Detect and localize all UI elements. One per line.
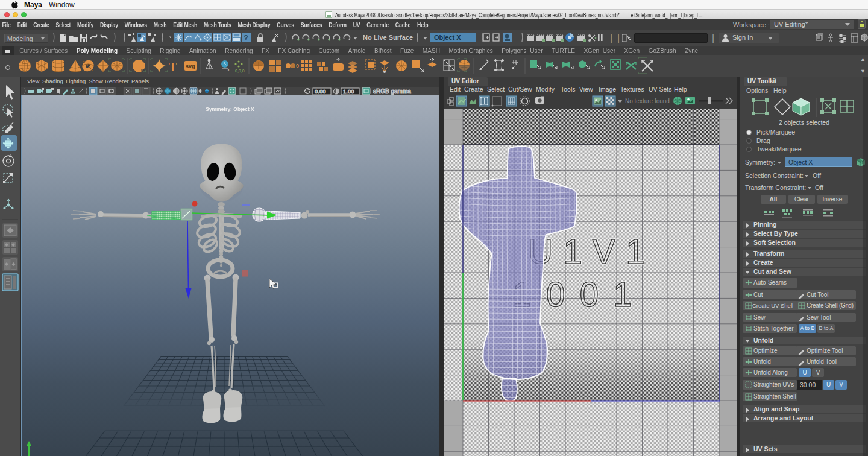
svg-text:x: x xyxy=(227,67,230,72)
svg-text:No Live Surface: No Live Surface xyxy=(363,34,413,41)
svg-text:svg: svg xyxy=(186,63,195,69)
svg-text:T: T xyxy=(169,59,177,74)
svg-text:U1V1: U1V1 xyxy=(528,232,655,271)
svg-text:No texture found: No texture found xyxy=(625,98,670,104)
svg-text:Object X: Object X xyxy=(434,34,461,41)
svg-text:0,0,0: 0,0,0 xyxy=(235,69,245,73)
svg-text:0.00: 0.00 xyxy=(315,88,326,95)
svg-text:?: ? xyxy=(244,33,248,42)
svg-text:1.00: 1.00 xyxy=(343,88,354,95)
svg-text:Symmetry: Object X: Symmetry: Object X xyxy=(206,106,254,112)
svg-text:0: 0 xyxy=(296,63,299,69)
svg-text:sRGB gamma: sRGB gamma xyxy=(373,88,411,95)
